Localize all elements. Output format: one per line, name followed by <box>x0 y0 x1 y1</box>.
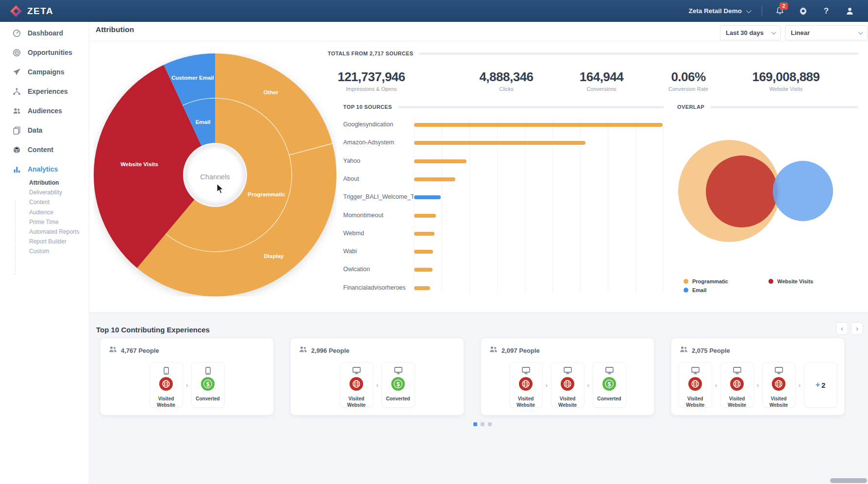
zeta-logo[interactable]: ZETA <box>10 5 53 17</box>
overlap-section-heading: OVERLAP <box>677 104 858 110</box>
stat-label: Impressions & Opens <box>337 86 405 92</box>
sidebar-item-analytics[interactable]: Analytics <box>0 159 89 179</box>
step-tile-visited[interactable]: Visited Website <box>150 362 183 408</box>
experience-steps: Visited Website›$Converted <box>291 362 464 408</box>
experience-card[interactable]: 4,767 PeopleVisited Website›$Converted <box>100 338 274 415</box>
label-programmatic: Programmatic <box>248 191 285 197</box>
step-label: Visited Website <box>340 396 373 408</box>
overlap-venn-diagram <box>670 121 868 265</box>
account-selector[interactable]: Zeta Retail Demo <box>688 7 750 15</box>
source-bar-amazon-adsystem[interactable] <box>414 141 585 145</box>
donut-center-label: Channels <box>200 173 230 181</box>
source-bar-trigger-bali-welcome-t-[interactable] <box>414 195 441 199</box>
source-label: Trigger_BALI_Welcome_T... <box>343 193 414 200</box>
sidebar-subitem-prime-time[interactable]: Prime Time <box>0 217 89 227</box>
user-menu-button[interactable] <box>844 5 855 17</box>
legend-dot-icon <box>684 279 688 284</box>
source-bar-wabi[interactable] <box>414 250 433 254</box>
sidebar-item-label: Audiences <box>28 107 62 115</box>
stat-conversions: 164,944Conversions <box>580 69 623 92</box>
people-icon <box>680 346 688 355</box>
sidebar-item-dashboard[interactable]: Dashboard <box>0 23 89 43</box>
step-tile-visited[interactable]: Visited Website <box>509 362 543 408</box>
source-label: Amazon-Adsystem <box>343 139 414 146</box>
sidebar-item-opportunities[interactable]: Opportunities <box>0 43 89 62</box>
sidebar-subitem-report-builder[interactable]: Report Builder <box>0 237 89 246</box>
sidebar-item-audiences[interactable]: Audiences <box>0 101 89 121</box>
channels-sunburst-chart: Customer Email Email Other Programmatic … <box>94 53 336 296</box>
carousel-dot-0[interactable] <box>473 422 477 426</box>
dollar-icon: $ <box>391 377 405 393</box>
sidebar-item-data[interactable]: Data <box>0 121 89 140</box>
carousel-dot-1[interactable] <box>481 422 484 426</box>
sidebar-subitem-automated-reports[interactable]: Automated Reports <box>0 227 89 237</box>
source-bar-about[interactable] <box>414 177 455 181</box>
source-bar-owlcation[interactable] <box>414 268 433 272</box>
settings-button[interactable] <box>797 5 809 17</box>
step-tile-visited[interactable]: Visited Website <box>720 362 754 408</box>
experience-card[interactable]: 2,097 PeopleVisited Website›Visited Webs… <box>481 338 654 415</box>
sidebar-subitem-custom[interactable]: Custom <box>0 246 89 256</box>
experience-card[interactable]: 2,996 PeopleVisited Website›$Converted <box>290 338 464 415</box>
carousel-next-button[interactable]: › <box>851 322 863 335</box>
source-bar-momontimeout[interactable] <box>414 214 436 218</box>
sidebar-item-content[interactable]: Content <box>0 140 89 159</box>
chevron-down-icon <box>771 30 776 35</box>
sidebar-item-experiences[interactable]: Experiences <box>0 82 89 101</box>
step-tile-visited[interactable]: Visited Website <box>551 362 584 408</box>
step-label: Visited Website <box>510 396 542 408</box>
sidebar-subitem-deliverability[interactable]: Deliverability <box>0 188 89 197</box>
data-icon <box>13 126 21 135</box>
carousel-prev-button[interactable]: ‹ <box>836 322 848 335</box>
step-tile-visited[interactable]: Visited Website <box>340 362 373 408</box>
experience-steps: Visited Website›Visited Website›Visited … <box>671 362 844 408</box>
audiences-icon <box>13 107 21 115</box>
dollar-icon: $ <box>602 377 617 393</box>
carousel-dot-2[interactable] <box>488 422 492 426</box>
people-count: 2,097 People <box>501 347 540 354</box>
date-range-select[interactable]: Last 30 days <box>720 25 781 40</box>
gear-icon <box>799 6 808 16</box>
source-bar-googlesyndication[interactable] <box>414 123 663 127</box>
svg-text:$: $ <box>608 381 611 388</box>
step-tile-converted[interactable]: $Converted <box>382 362 415 408</box>
people-count: 4,767 People <box>121 347 159 354</box>
attribution-model-select[interactable]: Linear <box>785 25 868 40</box>
source-bar-financialadvisorheroes[interactable] <box>414 286 430 290</box>
top-sources-section-heading: TOP 10 SOURCES <box>343 104 664 110</box>
step-tile-converted[interactable]: $Converted <box>191 362 225 408</box>
sidebar-item-campaigns[interactable]: Campaigns <box>0 62 89 82</box>
people-icon <box>299 346 307 355</box>
stat-clicks: 4,888,346Clicks <box>479 69 533 92</box>
sidebar-subitem-audience[interactable]: Audience <box>0 207 89 217</box>
source-label: Owlcation <box>343 266 414 273</box>
sidebar-subitem-label: Deliverability <box>29 189 62 196</box>
help-button[interactable]: ? <box>820 5 832 17</box>
overlap-heading-text: OVERLAP <box>677 104 704 110</box>
experience-card[interactable]: 2,075 PeopleVisited Website›Visited Webs… <box>671 338 845 415</box>
sidebar-subitem-label: Content <box>29 199 50 206</box>
stat-conversion-rate: 0.06%Conversion Rate <box>668 69 708 92</box>
monitor-icon <box>352 367 361 374</box>
sidebar-subitem-attribution[interactable]: Attribution <box>0 178 89 188</box>
horizontal-scrollbar-thumb[interactable] <box>830 478 867 483</box>
source-bar-webmd[interactable] <box>414 232 434 236</box>
label-other: Other <box>264 89 279 95</box>
source-label: Yahoo <box>343 157 414 164</box>
venn-email-circle[interactable] <box>773 161 833 221</box>
stat-label: Website Visits <box>752 86 819 92</box>
step-tile-converted[interactable]: $Converted <box>593 362 626 408</box>
sidebar-subitem-content[interactable]: Content <box>0 197 89 207</box>
source-bar-yahoo[interactable] <box>414 159 467 163</box>
sidebar-item-label: Dashboard <box>28 29 63 37</box>
legend-dot-icon <box>768 279 773 284</box>
step-tile-visited[interactable]: Visited Website <box>679 362 712 408</box>
step-tile-visited[interactable]: Visited Website <box>762 362 796 408</box>
notifications-button[interactable]: 2 <box>774 5 785 17</box>
more-steps-tile[interactable]: +2 <box>804 362 837 408</box>
step-label: Visited Website <box>679 396 712 408</box>
sidebar-subitem-label: Automated Reports <box>29 228 79 235</box>
label-display: Display <box>264 253 284 259</box>
venn-website-visits-circle[interactable] <box>706 156 778 227</box>
svg-text:$: $ <box>206 381 210 388</box>
